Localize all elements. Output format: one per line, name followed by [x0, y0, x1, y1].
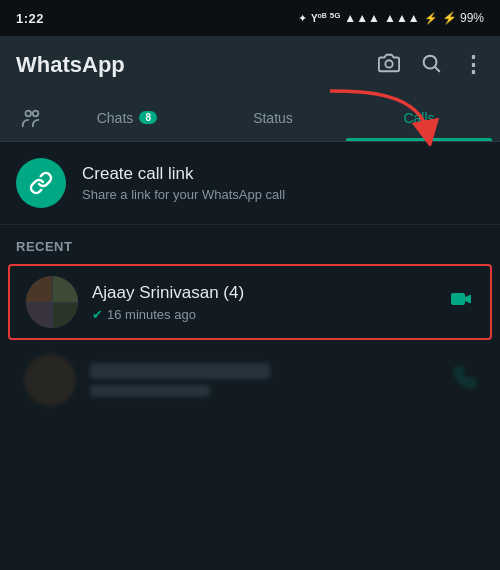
avatar-quad-1: [26, 276, 52, 302]
call-list-item-blurred[interactable]: [8, 344, 492, 416]
avatar: [26, 276, 78, 328]
tab-calls[interactable]: Calls: [346, 94, 492, 141]
signal-bars-1: ▲▲▲: [344, 11, 380, 25]
svg-point-4: [33, 110, 39, 116]
main-content: Create call link Share a link for your W…: [0, 142, 500, 416]
avatar-quad-3: [26, 303, 52, 329]
status-right-icons: ✦ YoB 5G ▲▲▲ ▲▲▲ ⚡ ⚡ 99%: [298, 11, 484, 25]
recent-section-header: Recent: [0, 225, 500, 260]
svg-line-2: [435, 67, 439, 71]
create-call-link-subtitle: Share a link for your WhatsApp call: [82, 187, 285, 202]
tab-chats-label: Chats: [97, 110, 134, 126]
tab-status[interactable]: Status: [200, 94, 346, 141]
create-call-link-title: Create call link: [82, 164, 285, 184]
chats-badge: 8: [139, 111, 157, 124]
video-call-icon[interactable]: [450, 287, 474, 317]
avatar-quad-4: [53, 303, 79, 329]
call-list-item[interactable]: Ajaay Srinivasan (4) ✔ 16 minutes ago: [8, 264, 492, 340]
tab-community[interactable]: [8, 94, 54, 141]
search-icon[interactable]: [420, 52, 442, 79]
phone-call-icon[interactable]: [454, 367, 476, 394]
signal-bars-2: ▲▲▲: [384, 11, 420, 25]
avatar-blurred: [24, 354, 76, 406]
battery-percent: ⚡ 99%: [442, 11, 484, 25]
status-time: 1:22: [16, 11, 44, 26]
app-title: WhatsApp: [16, 52, 125, 78]
more-options-icon[interactable]: ⋮: [462, 52, 484, 78]
header-actions: ⋮: [378, 52, 484, 79]
tab-chats[interactable]: Chats 8: [54, 94, 200, 141]
app-header: WhatsApp ⋮: [0, 36, 500, 94]
avatar-quad-2: [53, 276, 79, 302]
network-label: YoB 5G: [311, 11, 340, 24]
status-bar: 1:22 ✦ YoB 5G ▲▲▲ ▲▲▲ ⚡ ⚡ 99%: [0, 0, 500, 36]
call-contact-name-blurred: [90, 363, 270, 379]
camera-icon[interactable]: [378, 52, 400, 79]
tab-status-label: Status: [253, 110, 293, 126]
svg-rect-6: [451, 293, 465, 305]
svg-point-3: [26, 110, 32, 116]
create-call-link-item[interactable]: Create call link Share a link for your W…: [0, 142, 500, 225]
tab-calls-label: Calls: [403, 110, 434, 126]
tabs-bar: Chats 8 Status Calls: [0, 94, 500, 142]
battery-icon: ⚡: [424, 12, 438, 25]
call-contact-name: Ajaay Srinivasan (4): [92, 283, 436, 303]
link-icon: [16, 158, 66, 208]
svg-point-0: [385, 60, 392, 67]
call-check-icon: ✔: [92, 307, 103, 322]
call-info: Ajaay Srinivasan (4) ✔ 16 minutes ago: [92, 283, 436, 322]
call-meta-blurred: [90, 385, 440, 397]
call-info-blurred: [90, 363, 440, 397]
link-text-block: Create call link Share a link for your W…: [82, 164, 285, 202]
call-time: 16 minutes ago: [107, 307, 196, 322]
bluetooth-icon: ✦: [298, 12, 307, 25]
call-meta: ✔ 16 minutes ago: [92, 307, 436, 322]
